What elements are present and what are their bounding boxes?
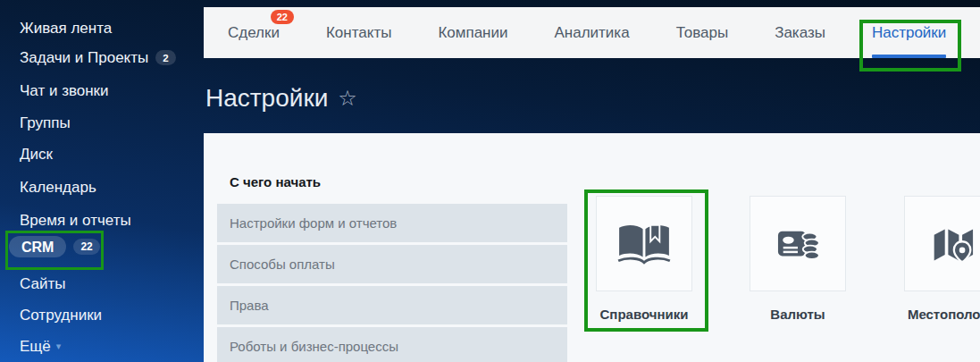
sidebar-item-label: Живая лента [20,20,112,37]
tile-label-currencies[interactable]: Валюты [770,307,825,322]
sidebar-item-drive[interactable]: Диск [20,146,53,163]
tile-dictionaries[interactable] [596,196,692,291]
sidebar-item-chat[interactable]: Чат и звонки [20,82,109,99]
open-book-icon [616,222,672,266]
sidebar-item-label: Сотрудники [20,307,102,324]
nav-item-companies[interactable]: Компании [438,24,507,42]
sidebar-item-label: Ещё [20,338,51,355]
sidebar-item-time-reports[interactable]: Время и отчеты [20,212,131,229]
sidebar-item-employees[interactable]: Сотрудники [20,307,102,324]
tile-currencies[interactable] [750,196,846,291]
sidebar-item-label: Чат и звонки [20,82,109,99]
sidebar-item-label: Задачи и Проекты [20,49,148,66]
sidebar-item-label: Диск [20,146,53,163]
sidebar-item-crm[interactable]: CRM22 [9,236,100,257]
sidebar-item-more[interactable]: Ещё▾ [20,338,61,355]
menu-item-payment-methods[interactable]: Способы оплаты [217,245,567,283]
sidebar-item-label: Сайты [20,275,65,292]
nav-item-settings[interactable]: Настройки [872,24,946,42]
sidebar-item-live-feed[interactable]: Живая лента [20,20,112,37]
menu-item-forms-reports[interactable]: Настройки форм и отчетов [217,204,567,242]
chevron-down-icon: ▾ [56,338,62,355]
sidebar-item-sites[interactable]: Сайты [20,275,65,292]
page-title: Настройки [205,84,328,113]
sidebar: Живая лента Задачи и Проекты2 Чат и звон… [0,0,204,362]
nav-item-contacts[interactable]: Контакты [326,24,391,42]
sidebar-item-label: Календарь [20,179,96,196]
page-title-row: Настройки ☆ [205,84,357,113]
sidebar-item-tasks[interactable]: Задачи и Проекты2 [20,49,176,66]
content-panel: С чего начать Настройки форм и отчетов С… [204,133,980,362]
tasks-count-badge: 2 [155,50,175,65]
star-icon[interactable]: ☆ [338,88,357,109]
menu-item-robots-bp[interactable]: Роботы и бизнес-процессы [217,327,567,362]
settings-menu-list: Настройки форм и отчетов Способы оплаты … [217,204,567,362]
sidebar-item-groups[interactable]: Группы [20,114,71,131]
deals-count-badge: 22 [271,10,294,24]
sidebar-item-label: Время и отчеты [20,212,131,229]
money-coins-icon [777,223,818,265]
tile-locations[interactable] [904,196,980,291]
nav-item-orders[interactable]: Заказы [775,24,825,42]
tile-label-locations[interactable]: Местоположе [908,307,980,322]
nav-item-products[interactable]: Товары [676,24,728,42]
top-navigation: Сделки22 Контакты Компании Аналитика Тов… [204,7,980,58]
tile-label-dictionaries[interactable]: Справочники [600,307,689,322]
sidebar-item-calendar[interactable]: Календарь [20,179,96,196]
nav-item-analytics[interactable]: Аналитика [554,24,629,42]
map-pin-icon [931,223,974,265]
crm-pill: CRM [9,236,66,257]
crm-count-badge: 22 [73,239,99,255]
section-title: С чего начать [230,174,321,189]
nav-item-deals[interactable]: Сделки22 [228,24,280,42]
menu-item-permissions[interactable]: Права [217,286,567,324]
sidebar-item-label: Группы [20,114,71,131]
